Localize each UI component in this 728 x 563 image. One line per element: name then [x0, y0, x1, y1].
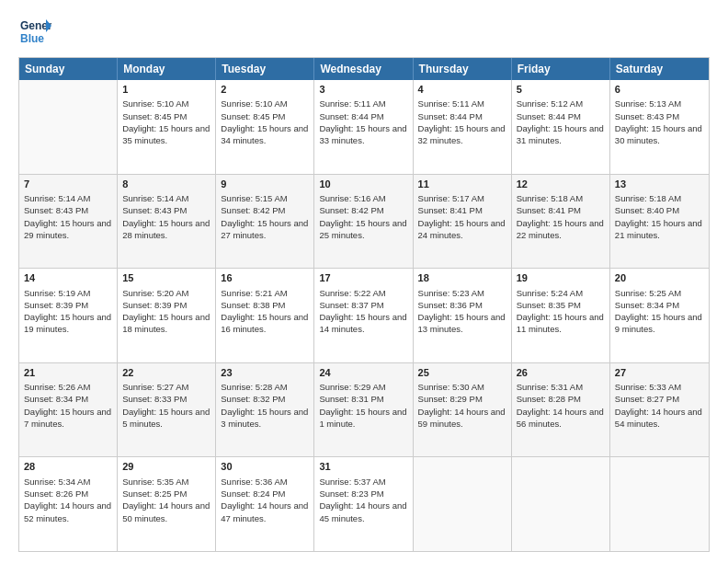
calendar-cell: 9Sunrise: 5:15 AMSunset: 8:42 PMDaylight…: [216, 175, 314, 269]
sunrise-text: Sunrise: 5:37 AM: [319, 477, 385, 487]
daylight-text: Daylight: 14 hours and 56 minutes.: [517, 407, 604, 429]
daylight-text: Daylight: 15 hours and 1 minute.: [319, 407, 406, 429]
calendar-cell: 18Sunrise: 5:23 AMSunset: 8:36 PMDayligh…: [414, 269, 512, 362]
day-number: 4: [418, 83, 506, 97]
daylight-text: Daylight: 14 hours and 54 minutes.: [615, 407, 702, 429]
day-number: 12: [517, 178, 605, 191]
daylight-text: Daylight: 15 hours and 27 minutes.: [221, 218, 308, 240]
sunset-text: Sunset: 8:36 PM: [418, 300, 483, 310]
daylight-text: Daylight: 14 hours and 52 minutes.: [24, 500, 111, 523]
daylight-text: Daylight: 15 hours and 35 minutes.: [122, 123, 210, 145]
day-number: 11: [418, 178, 506, 191]
daylight-text: Daylight: 15 hours and 14 minutes.: [319, 312, 406, 334]
daylight-text: Daylight: 15 hours and 29 minutes.: [24, 218, 111, 240]
header-tuesday: Tuesday: [216, 58, 314, 80]
sunrise-text: Sunrise: 5:28 AM: [221, 382, 287, 392]
day-number: 25: [418, 366, 506, 380]
daylight-text: Daylight: 14 hours and 50 minutes.: [122, 500, 210, 523]
day-number: 15: [122, 271, 210, 285]
sunset-text: Sunset: 8:43 PM: [615, 111, 679, 121]
daylight-text: Daylight: 14 hours and 59 minutes.: [418, 407, 506, 429]
sunrise-text: Sunrise: 5:33 AM: [615, 382, 681, 392]
sunrise-text: Sunrise: 5:11 AM: [418, 98, 484, 109]
sunset-text: Sunset: 8:38 PM: [221, 300, 285, 310]
calendar-cell: 10Sunrise: 5:16 AMSunset: 8:42 PMDayligh…: [314, 175, 413, 269]
sunrise-text: Sunrise: 5:10 AM: [221, 98, 287, 109]
sunset-text: Sunset: 8:27 PM: [615, 394, 679, 404]
day-number: 19: [517, 271, 605, 285]
calendar-cell: 28Sunrise: 5:34 AMSunset: 8:26 PMDayligh…: [19, 457, 118, 551]
sunset-text: Sunset: 8:34 PM: [24, 394, 88, 404]
day-number: 21: [24, 366, 112, 380]
daylight-text: Daylight: 15 hours and 13 minutes.: [418, 312, 506, 334]
sunset-text: Sunset: 8:44 PM: [418, 111, 483, 121]
day-number: 26: [517, 366, 605, 380]
calendar-body: 1Sunrise: 5:10 AMSunset: 8:45 PMDaylight…: [19, 80, 709, 551]
header-wednesday: Wednesday: [314, 58, 413, 80]
daylight-text: Daylight: 15 hours and 5 minutes.: [122, 407, 210, 429]
sunset-text: Sunset: 8:40 PM: [615, 205, 679, 215]
sunset-text: Sunset: 8:43 PM: [122, 205, 187, 215]
sunset-text: Sunset: 8:29 PM: [418, 394, 483, 404]
sunrise-text: Sunrise: 5:13 AM: [615, 98, 681, 109]
daylight-text: Daylight: 15 hours and 25 minutes.: [319, 218, 406, 240]
sunrise-text: Sunrise: 5:23 AM: [418, 288, 484, 298]
header-sunday: Sunday: [19, 58, 118, 80]
sunrise-text: Sunrise: 5:14 AM: [24, 193, 90, 203]
sunset-text: Sunset: 8:25 PM: [122, 488, 187, 499]
sunset-text: Sunset: 8:26 PM: [24, 488, 88, 499]
day-number: 5: [517, 83, 605, 97]
sunset-text: Sunset: 8:34 PM: [615, 300, 679, 310]
calendar-cell: 20Sunrise: 5:25 AMSunset: 8:34 PMDayligh…: [610, 269, 709, 362]
calendar-cell: 1Sunrise: 5:10 AMSunset: 8:45 PMDaylight…: [118, 80, 216, 174]
calendar-cell: 24Sunrise: 5:29 AMSunset: 8:31 PMDayligh…: [314, 363, 413, 457]
sunset-text: Sunset: 8:44 PM: [319, 111, 383, 121]
sunrise-text: Sunrise: 5:21 AM: [221, 288, 287, 298]
calendar-cell: 29Sunrise: 5:35 AMSunset: 8:25 PMDayligh…: [118, 457, 216, 551]
day-number: 31: [319, 460, 407, 474]
day-number: 7: [24, 178, 112, 191]
header-thursday: Thursday: [414, 58, 512, 80]
calendar-cell: 4Sunrise: 5:11 AMSunset: 8:44 PMDaylight…: [414, 80, 512, 174]
day-number: 22: [122, 366, 210, 380]
sunrise-text: Sunrise: 5:14 AM: [122, 193, 188, 203]
calendar-cell: [610, 457, 709, 551]
sunrise-text: Sunrise: 5:26 AM: [24, 382, 90, 392]
sunset-text: Sunset: 8:39 PM: [24, 300, 88, 310]
daylight-text: Daylight: 15 hours and 31 minutes.: [517, 123, 604, 145]
daylight-text: Daylight: 15 hours and 30 minutes.: [615, 123, 702, 145]
sunrise-text: Sunrise: 5:19 AM: [24, 288, 90, 298]
header-monday: Monday: [118, 58, 216, 80]
day-number: 17: [319, 271, 407, 285]
calendar-cell: 15Sunrise: 5:20 AMSunset: 8:39 PMDayligh…: [118, 269, 216, 362]
daylight-text: Daylight: 15 hours and 22 minutes.: [517, 218, 604, 240]
daylight-text: Daylight: 15 hours and 32 minutes.: [418, 123, 506, 145]
day-number: 10: [319, 178, 407, 191]
calendar-cell: 14Sunrise: 5:19 AMSunset: 8:39 PMDayligh…: [19, 269, 118, 362]
calendar-row: 14Sunrise: 5:19 AMSunset: 8:39 PMDayligh…: [19, 269, 709, 363]
calendar-cell: 8Sunrise: 5:14 AMSunset: 8:43 PMDaylight…: [118, 175, 216, 269]
daylight-text: Daylight: 14 hours and 45 minutes.: [319, 500, 406, 523]
header: General Blue: [18, 15, 710, 48]
sunset-text: Sunset: 8:24 PM: [221, 488, 285, 499]
sunset-text: Sunset: 8:44 PM: [517, 111, 581, 121]
day-number: 18: [418, 271, 506, 285]
day-number: 1: [122, 83, 210, 97]
logo-svg: General Blue: [18, 15, 51, 48]
day-number: 6: [615, 83, 704, 97]
sunset-text: Sunset: 8:37 PM: [319, 300, 383, 310]
sunset-text: Sunset: 8:45 PM: [122, 111, 187, 121]
day-number: 3: [319, 83, 407, 97]
sunrise-text: Sunrise: 5:36 AM: [221, 477, 287, 487]
sunrise-text: Sunrise: 5:34 AM: [24, 477, 90, 487]
sunset-text: Sunset: 8:31 PM: [319, 394, 383, 404]
sunrise-text: Sunrise: 5:17 AM: [418, 193, 484, 203]
calendar-row: 21Sunrise: 5:26 AMSunset: 8:34 PMDayligh…: [19, 363, 709, 458]
sunset-text: Sunset: 8:42 PM: [319, 205, 383, 215]
sunset-text: Sunset: 8:32 PM: [221, 394, 285, 404]
logo: General Blue: [18, 15, 51, 48]
day-number: 14: [24, 271, 112, 285]
calendar-cell: 17Sunrise: 5:22 AMSunset: 8:37 PMDayligh…: [314, 269, 413, 362]
sunset-text: Sunset: 8:43 PM: [24, 205, 88, 215]
header-saturday: Saturday: [610, 58, 709, 80]
